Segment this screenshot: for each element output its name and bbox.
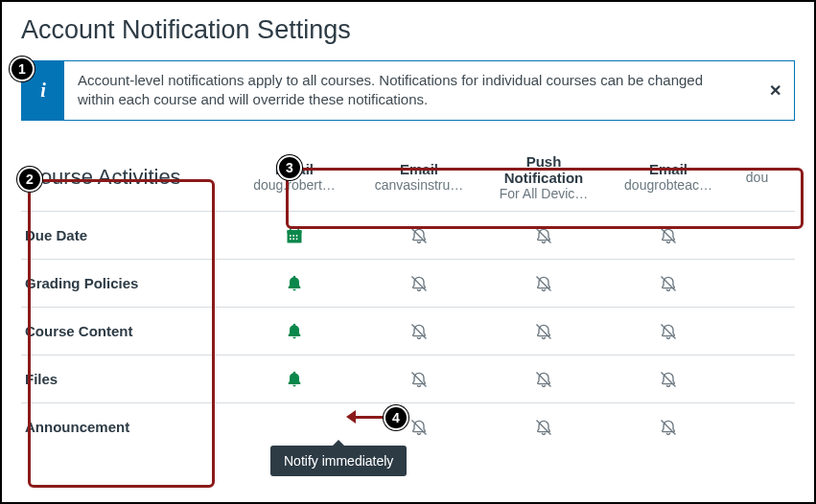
- svg-rect-9: [296, 238, 298, 240]
- row-label: Files: [21, 355, 232, 402]
- svg-rect-2: [290, 227, 291, 230]
- callout-1: 1: [10, 57, 35, 81]
- table-row: Announcement: [21, 402, 795, 450]
- table-row: Course Content: [21, 307, 795, 355]
- row-label: Course Content: [21, 308, 232, 355]
- notify-off-icon[interactable]: [606, 370, 731, 389]
- notify-off-icon[interactable]: [481, 274, 606, 293]
- close-icon[interactable]: ✕: [756, 61, 794, 120]
- svg-rect-8: [292, 238, 294, 240]
- svg-rect-6: [296, 235, 298, 237]
- channel-header: Email canvasinstru…: [357, 155, 481, 202]
- notify-immediately-icon[interactable]: [232, 274, 357, 293]
- channel-header: Email dougrobteac…: [606, 155, 731, 202]
- notify-off-icon[interactable]: [606, 226, 731, 245]
- callout-2: 2: [17, 167, 42, 192]
- notify-off-icon[interactable]: [357, 322, 481, 341]
- notify-off-icon[interactable]: [606, 274, 731, 293]
- svg-rect-3: [297, 227, 299, 230]
- notify-off-icon[interactable]: [357, 370, 481, 389]
- table-row: Grading Policies: [21, 259, 795, 307]
- row-label: Grading Policies: [21, 260, 232, 307]
- notify-off-icon[interactable]: [357, 418, 481, 437]
- calendar-icon[interactable]: [232, 226, 357, 245]
- info-banner-text: Account-level notifications apply to all…: [64, 61, 756, 120]
- svg-rect-1: [288, 230, 302, 233]
- channel-header: dou: [731, 164, 783, 195]
- svg-rect-7: [290, 238, 291, 240]
- table-row: Files: [21, 355, 795, 402]
- callout-3: 3: [277, 155, 302, 180]
- section-heading: Course Activities: [21, 155, 232, 203]
- notify-off-icon[interactable]: [481, 370, 606, 389]
- notify-off-icon[interactable]: [357, 274, 481, 293]
- notify-off-icon[interactable]: [606, 418, 731, 437]
- notify-tooltip: Notify immediately: [270, 446, 407, 476]
- notify-off-icon[interactable]: [606, 322, 731, 341]
- notify-off-icon[interactable]: [481, 322, 606, 341]
- row-label: Due Date: [21, 212, 232, 259]
- notify-off-icon[interactable]: [481, 418, 606, 437]
- table-row: Due Date: [21, 211, 795, 259]
- notify-immediately-icon[interactable]: [232, 322, 357, 341]
- channel-header: Push Notification For All Devic…: [481, 148, 606, 212]
- notify-immediately-icon[interactable]: [232, 370, 357, 389]
- notify-off-icon[interactable]: [481, 226, 606, 245]
- info-banner: i Account-level notifications apply to a…: [21, 60, 795, 121]
- svg-rect-5: [292, 235, 294, 237]
- page-title: Account Notification Settings: [21, 15, 795, 45]
- channel-header-row: Course Activities Email doug.robert… Ema…: [21, 148, 795, 212]
- callout-4: 4: [384, 405, 408, 430]
- row-label: Announcement: [21, 403, 232, 450]
- svg-rect-4: [290, 235, 291, 237]
- notify-off-icon[interactable]: [357, 226, 481, 245]
